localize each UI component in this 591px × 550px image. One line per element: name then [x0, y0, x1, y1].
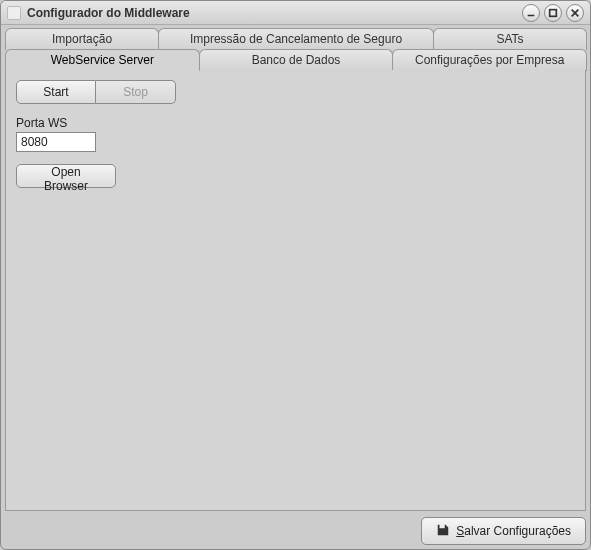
tab-sats[interactable]: SATs	[433, 28, 587, 50]
tab-label: Impressão de Cancelamento de Seguro	[190, 32, 402, 46]
svg-rect-1	[550, 9, 557, 16]
save-config-label: Salvar Configurações	[456, 524, 571, 538]
port-ws-input[interactable]	[16, 132, 96, 152]
tab-row-1: Importação Impressão de Cancelamento de …	[5, 28, 586, 50]
titlebar-left: Configurador do Middleware	[7, 6, 190, 20]
app-window: Configurador do Middleware Importação Im…	[0, 0, 591, 550]
save-label-rest: alvar Configurações	[464, 524, 571, 538]
window-buttons	[522, 4, 584, 22]
start-button[interactable]: Start	[16, 80, 96, 104]
stop-button: Stop	[96, 80, 176, 104]
titlebar: Configurador do Middleware	[1, 1, 590, 25]
tab-label: Configurações por Empresa	[415, 53, 564, 67]
tab-label: WebService Server	[51, 53, 154, 67]
save-icon	[436, 523, 450, 540]
minimize-icon	[526, 8, 536, 18]
tab-label: Banco de Dados	[252, 53, 341, 67]
tab-row-2: WebService Server Banco de Dados Configu…	[5, 49, 586, 71]
tab-panel-webservice: Start Stop Porta WS Open Browser	[5, 70, 586, 511]
tab-configuracoes-por-empresa[interactable]: Configurações por Empresa	[392, 49, 587, 71]
minimize-button[interactable]	[522, 4, 540, 22]
save-config-button[interactable]: Salvar Configurações	[421, 517, 586, 545]
maximize-icon	[548, 8, 558, 18]
port-ws-label: Porta WS	[16, 116, 575, 130]
close-button[interactable]	[566, 4, 584, 22]
tab-banco-de-dados[interactable]: Banco de Dados	[199, 49, 394, 71]
maximize-button[interactable]	[544, 4, 562, 22]
tab-impressao-cancelamento[interactable]: Impressão de Cancelamento de Seguro	[158, 28, 434, 50]
tab-label: SATs	[496, 32, 523, 46]
tab-importacao[interactable]: Importação	[5, 28, 159, 50]
app-icon	[7, 6, 21, 20]
tab-label: Importação	[52, 32, 112, 46]
open-browser-button[interactable]: Open Browser	[16, 164, 116, 188]
tab-webservice-server[interactable]: WebService Server	[5, 49, 200, 71]
window-title: Configurador do Middleware	[27, 6, 190, 20]
tabs-area: Importação Impressão de Cancelamento de …	[5, 28, 586, 511]
start-stop-group: Start Stop	[16, 80, 575, 104]
close-icon	[570, 8, 580, 18]
content-area: Importação Impressão de Cancelamento de …	[1, 25, 590, 549]
footer: Salvar Configurações	[5, 511, 586, 545]
